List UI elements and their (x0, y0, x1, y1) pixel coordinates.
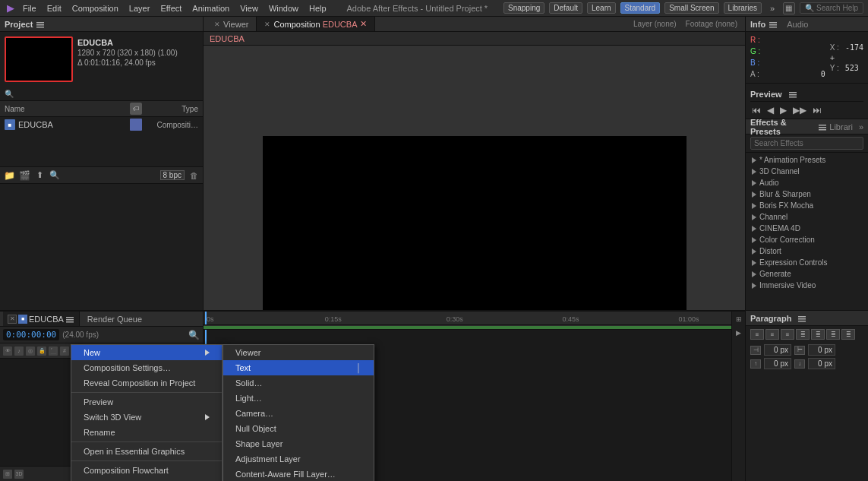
workspace-learn[interactable]: Learn (587, 2, 616, 14)
indent-left-input[interactable] (764, 344, 791, 356)
menu-animation[interactable]: Animation (188, 2, 234, 14)
render-queue-tab[interactable]: Render Queue (80, 315, 150, 324)
menu-view[interactable]: View (235, 2, 263, 14)
effects-item-color-correction[interactable]: Color Correction (746, 234, 868, 245)
preview-tab[interactable]: Preview (750, 90, 782, 99)
delete-icon[interactable]: 🗑 (188, 169, 200, 182)
layer-solo-icon[interactable]: ◎ (26, 347, 35, 356)
find-icon[interactable]: 🔍 (49, 169, 61, 182)
preview-menu-icon[interactable] (788, 90, 797, 99)
indent-right-input[interactable] (808, 344, 835, 356)
ctx-item-preview[interactable]: Preview (71, 394, 222, 410)
sub-item-content-aware[interactable]: Content-Aware Fill Layer… (223, 467, 374, 481)
ctx-item-mini-flowchart[interactable]: Composition Mini-Flowchart (71, 478, 222, 481)
effects-item-generate[interactable]: Generate (746, 268, 868, 280)
search-box[interactable]: 🔍 Search Help (800, 2, 863, 14)
tab-comp[interactable]: ✕ Composition EDUCBA ✕ (257, 17, 375, 31)
ctx-item-essential-graphics[interactable]: Open in Essential Graphics (71, 444, 222, 459)
ctx-item-comp-settings[interactable]: Composition Settings… (71, 360, 222, 375)
sub-item-adjustment-layer[interactable]: Adjustment Layer (223, 451, 374, 467)
info-tab[interactable]: Info (750, 20, 765, 29)
sub-item-light[interactable]: Light… (223, 391, 374, 406)
preview-prev-btn[interactable]: ◀ (765, 105, 775, 116)
menu-effect[interactable]: Effect (156, 2, 186, 14)
space-after-input[interactable] (808, 358, 835, 369)
effects-search-input[interactable] (750, 137, 863, 150)
timeline-timecode[interactable]: 0:00:00:00 (3, 329, 59, 340)
tab-viewer-close[interactable]: ✕ (214, 21, 220, 28)
ctx-item-new[interactable]: New (71, 345, 222, 360)
new-folder-icon[interactable]: 📁 (3, 169, 15, 182)
align-left-btn[interactable]: ≡ (750, 329, 764, 340)
tab-viewer[interactable]: ✕ Viewer (207, 17, 257, 31)
timeline-close-icon[interactable]: ✕ (8, 315, 17, 324)
ctx-item-flowchart[interactable]: Composition Flowchart (71, 463, 222, 478)
effects-item-channel[interactable]: Channel (746, 211, 868, 223)
effects-item-boris[interactable]: Boris FX Mocha (746, 200, 868, 211)
new-comp-icon[interactable]: 🎬 (18, 169, 30, 182)
list-item[interactable]: ■ EDUCBA Compositi… (0, 117, 203, 132)
effects-tab[interactable]: Effects & Presets (750, 119, 812, 136)
effects-item-expression[interactable]: Expression Controls (746, 257, 868, 268)
sub-item-solid[interactable]: Solid… (223, 375, 374, 391)
layer-lock-icon[interactable]: 🔒 (37, 347, 46, 356)
effects-item-animation-presets[interactable]: * Animation Presets (746, 154, 868, 166)
align-justify-center-btn[interactable]: ≣ (811, 329, 825, 340)
snapping-toggle[interactable]: Snapping (503, 2, 544, 14)
ctx-item-switch-3d[interactable]: Switch 3D View (71, 410, 222, 425)
effects-item-blur[interactable]: Blur & Sharpen (746, 188, 868, 200)
project-search-input[interactable] (17, 89, 198, 98)
layer-label-icon[interactable]: ⬛ (49, 347, 58, 356)
preview-last-btn[interactable]: ⏭ (811, 105, 823, 116)
audio-tab[interactable]: Audio (787, 20, 808, 29)
ctx-item-rename[interactable]: Rename (71, 425, 222, 440)
tab-comp-close[interactable]: ✕ (264, 21, 270, 28)
preview-first-btn[interactable]: ⏮ (750, 105, 762, 116)
space-before-input[interactable] (764, 358, 791, 369)
timeline-magnify-icon[interactable]: 🔍 (188, 329, 200, 341)
tl-right-icon2[interactable]: ▶ (733, 327, 745, 339)
panel-options-icon[interactable]: ▦ (783, 2, 795, 14)
menu-layer[interactable]: Layer (125, 2, 155, 14)
comp-flow-icon[interactable]: ⊞ (3, 470, 12, 479)
sub-item-text[interactable]: Text │ (223, 360, 374, 375)
effects-menu-icon[interactable] (818, 122, 826, 131)
layer-audio-icon[interactable]: ♪ (14, 347, 24, 356)
menu-window[interactable]: Window (264, 2, 303, 14)
align-justify-right-btn[interactable]: ≣ (826, 329, 840, 340)
tl-right-icon1[interactable]: ⊞ (733, 313, 745, 325)
align-justify-all-btn[interactable]: ≣ (841, 329, 855, 340)
effects-item-cinema4d[interactable]: CINEMA 4D (746, 223, 868, 234)
ctx-item-reveal-in-project[interactable]: Reveal Composition in Project (71, 375, 222, 391)
menu-file[interactable]: File (18, 2, 41, 14)
preview-next-btn[interactable]: ▶▶ (791, 105, 808, 116)
sub-item-null-object[interactable]: Null Object (223, 421, 374, 436)
menu-edit[interactable]: Edit (43, 2, 66, 14)
sub-item-shape-layer[interactable]: Shape Layer (223, 436, 374, 451)
workspace-libraries[interactable]: Libraries (724, 2, 762, 14)
workspace-small-screen[interactable]: Small Screen (664, 2, 718, 14)
sub-item-viewer[interactable]: Viewer (223, 345, 374, 360)
timeline-menu-icon[interactable] (65, 315, 74, 324)
timeline-comp-tab[interactable]: ✕ ■ EDUCBA (3, 312, 80, 326)
effects-item-3d-channel[interactable]: 3D Channel (746, 166, 868, 177)
workspace-standard[interactable]: Standard (620, 2, 661, 14)
draft-3d-icon[interactable]: 3D (14, 470, 24, 479)
align-center-btn[interactable]: ≡ (765, 329, 779, 340)
librari-tab[interactable]: Librari (829, 122, 853, 131)
project-panel-menu-icon[interactable] (36, 20, 45, 29)
paragraph-menu-icon[interactable] (797, 314, 806, 323)
workspace-more-icon[interactable]: » (766, 2, 778, 14)
effects-item-distort[interactable]: Distort (746, 245, 868, 257)
import-icon[interactable]: ⬆ (33, 169, 46, 182)
align-right-btn[interactable]: ≡ (781, 329, 794, 340)
layer-number-icon[interactable]: # (60, 347, 69, 356)
bpc-label[interactable]: 8 bpc (160, 170, 185, 180)
preview-play-btn[interactable]: ▶ (778, 105, 788, 116)
effects-more-icon[interactable]: » (859, 122, 863, 131)
layer-visibility-icon[interactable]: 👁 (3, 347, 12, 356)
effects-item-audio[interactable]: Audio (746, 177, 868, 188)
info-panel-menu-icon[interactable] (769, 20, 778, 29)
menu-composition[interactable]: Composition (68, 2, 123, 14)
workspace-default[interactable]: Default (549, 2, 582, 14)
